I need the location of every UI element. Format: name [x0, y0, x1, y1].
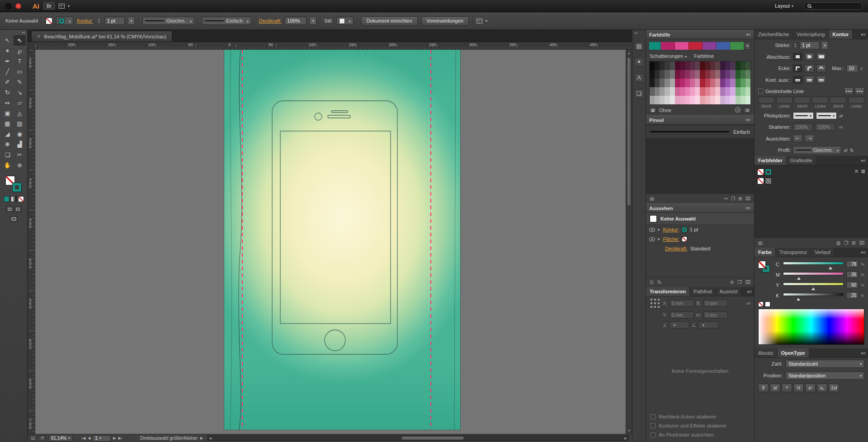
- color-swatch[interactable]: [700, 61, 705, 70]
- ruler-origin-corner[interactable]: [28, 42, 35, 49]
- magenta-slider[interactable]: [783, 272, 844, 278]
- color-swatch[interactable]: [725, 70, 730, 79]
- scroll-up-icon[interactable]: [626, 50, 632, 56]
- effects-icon[interactable]: fx.: [657, 280, 662, 285]
- close-window-icon[interactable]: [15, 3, 21, 9]
- color-swatch[interactable]: [736, 61, 741, 70]
- previous-artboard-icon[interactable]: [88, 436, 90, 440]
- stroke-weight-dropdown-icon[interactable]: [128, 17, 135, 25]
- flip-across-icon[interactable]: [850, 148, 854, 153]
- color-swatch[interactable]: [720, 61, 725, 70]
- color-swatch[interactable]: [710, 70, 715, 79]
- toolbar-collapse-icon[interactable]: [22, 31, 25, 34]
- color-swatch[interactable]: [670, 96, 675, 104]
- pen-tool[interactable]: ✒: [1, 56, 14, 66]
- swatch-libraries-panel-icon[interactable]: ▤: [634, 42, 644, 51]
- deckkraft-link[interactable]: Deckkraft:: [259, 18, 282, 24]
- pattern-swatch[interactable]: [765, 178, 772, 184]
- harmony-color-swatch[interactable]: [649, 42, 661, 50]
- appearance-opacity-row[interactable]: Deckkraft: Standard: [646, 244, 754, 254]
- color-swatch[interactable]: [655, 61, 660, 70]
- color-swatch[interactable]: [685, 79, 690, 87]
- color-swatch[interactable]: [650, 87, 655, 96]
- tab-farbe[interactable]: Farbe: [755, 248, 776, 257]
- kontur-link[interactable]: Kontur:: [77, 18, 93, 24]
- opentype-feature-button[interactable]: x₂: [817, 384, 827, 392]
- figure-select[interactable]: Standardzahl: [786, 360, 864, 368]
- color-swatch[interactable]: [680, 70, 685, 79]
- color-swatch[interactable]: [730, 96, 735, 104]
- black-value-field[interactable]: 25: [846, 292, 858, 299]
- brush-libraries-icon[interactable]: ▤.: [650, 196, 655, 201]
- color-swatch[interactable]: [725, 79, 730, 87]
- magenta-value-field[interactable]: 26: [846, 271, 858, 278]
- scale-tool[interactable]: ↘: [14, 87, 26, 98]
- round-join-icon[interactable]: [805, 65, 814, 72]
- panel-menu-icon[interactable]: [746, 32, 751, 37]
- hand-tool[interactable]: ✋: [1, 160, 14, 170]
- color-swatch[interactable]: [700, 96, 705, 104]
- color-swatch[interactable]: [665, 87, 670, 96]
- weight-stepper[interactable]: [793, 41, 797, 49]
- pinsel-header[interactable]: Pinsel: [646, 115, 754, 125]
- panel-menu-icon[interactable]: [746, 118, 751, 122]
- black-slider[interactable]: [783, 292, 844, 299]
- preferences-button[interactable]: Voreinstellungen: [421, 16, 469, 26]
- color-swatch[interactable]: [675, 61, 680, 70]
- color-swatch[interactable]: [680, 96, 685, 104]
- first-artboard-icon[interactable]: [82, 436, 85, 440]
- scroll-right-icon[interactable]: [623, 436, 628, 441]
- color-swatch[interactable]: [700, 70, 705, 79]
- panel-menu-icon[interactable]: [861, 158, 866, 163]
- opentype-feature-button[interactable]: fi: [758, 384, 769, 392]
- paintbrush-tool[interactable]: ✐: [1, 77, 14, 87]
- color-swatch[interactable]: [680, 87, 685, 96]
- color-swatch[interactable]: [730, 79, 735, 87]
- color-swatch[interactable]: [655, 96, 660, 104]
- align-glyphs-icon[interactable]: [476, 19, 487, 24]
- duplicate-item-icon[interactable]: ❐: [738, 280, 742, 285]
- shape-builder-tool[interactable]: ▣: [1, 108, 14, 118]
- brush-options-icon[interactable]: ❐: [731, 196, 735, 201]
- color-swatch[interactable]: [710, 79, 715, 87]
- new-stroke-icon[interactable]: ⊡: [650, 280, 653, 285]
- zoom-level-dropdown[interactable]: 61,14%: [48, 435, 73, 442]
- color-swatch[interactable]: [655, 87, 660, 96]
- workspace-switcher-icon[interactable]: [59, 4, 70, 9]
- weight-field[interactable]: 1 pt: [800, 41, 820, 49]
- color-swatch[interactable]: [675, 87, 680, 96]
- color-swatch[interactable]: [741, 79, 745, 87]
- appearance-fill-row[interactable]: Fläche:: [646, 235, 754, 244]
- arrowhead-start-dropdown[interactable]: [793, 112, 814, 119]
- panel-menu-icon[interactable]: [746, 206, 751, 211]
- color-swatch[interactable]: [690, 61, 695, 70]
- scroll-left-icon[interactable]: [208, 436, 213, 441]
- color-swatch[interactable]: [665, 96, 670, 104]
- color-swatch[interactable]: [690, 70, 695, 79]
- color-swatch[interactable]: [660, 96, 665, 104]
- color-swatch[interactable]: [670, 79, 675, 87]
- screen-mode-icon[interactable]: [10, 216, 18, 222]
- color-swatch[interactable]: [670, 70, 675, 79]
- color-swatch[interactable]: [695, 96, 700, 104]
- opentype-feature-button[interactable]: x¹: [805, 384, 816, 392]
- harmony-color-swatch[interactable]: [661, 42, 675, 50]
- tab-verlauf[interactable]: Verlauf: [811, 248, 834, 257]
- window-control-icon[interactable]: [5, 3, 11, 9]
- opacity-field[interactable]: 100%: [285, 17, 307, 25]
- cyan-value-field[interactable]: 78: [846, 261, 858, 268]
- document-setup-button[interactable]: Dokument einrichten: [361, 16, 418, 26]
- color-swatch[interactable]: [710, 96, 715, 104]
- close-document-icon[interactable]: [37, 34, 41, 39]
- fill-none-swatch[interactable]: [682, 236, 687, 242]
- artboard-tool[interactable]: ❏: [1, 150, 14, 160]
- harmony-color-swatch[interactable]: [717, 42, 731, 50]
- color-swatch[interactable]: [710, 61, 715, 70]
- panel-menu-icon[interactable]: [861, 250, 866, 255]
- remove-brush-stroke-icon[interactable]: ✂: [724, 196, 728, 201]
- align-stroke-center-icon[interactable]: [793, 76, 802, 84]
- swatch-libraries-icon[interactable]: ▤.: [758, 240, 764, 245]
- color-swatch[interactable]: [745, 70, 750, 79]
- kontur-attribute-link[interactable]: Kontur:: [663, 227, 679, 232]
- link-scale-icon[interactable]: [839, 124, 843, 130]
